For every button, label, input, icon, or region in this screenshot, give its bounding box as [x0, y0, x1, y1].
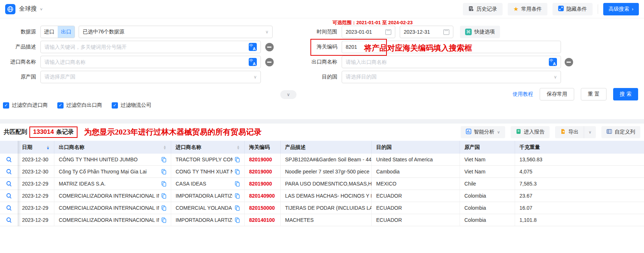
exporter-cell: Công Ty Cổ Phần Thương Mại Gia Lai: [54, 166, 171, 177]
copy-icon[interactable]: [161, 205, 166, 211]
exclude-exporter-icon[interactable]: [565, 58, 573, 66]
copy-icon[interactable]: [161, 217, 166, 223]
header-importer[interactable]: 进口商名称 ▲▼: [171, 141, 245, 154]
copy-icon[interactable]: [235, 181, 240, 187]
date-start-input[interactable]: [346, 29, 382, 35]
copy-icon[interactable]: [161, 169, 166, 175]
header-exporter[interactable]: 出口商名称 ▲▼: [54, 141, 171, 154]
results-toolbar: 智能分析 ∨ 进入报告 导出 ∨: [461, 126, 640, 138]
hs-code-cell[interactable]: 82019000: [245, 154, 281, 165]
importer-name[interactable]: CONG TY TNHH XUAT NH: [176, 169, 233, 175]
importer-name[interactable]: COMERCIAL YOLANDA SA: [176, 205, 233, 211]
quick-options-button[interactable]: ⌘ 快捷选项: [460, 26, 500, 38]
copy-icon[interactable]: [235, 157, 240, 162]
export-dropdown-button[interactable]: ∨: [584, 126, 596, 138]
destination-country-select[interactable]: 请选择目的国 ∨: [342, 71, 561, 83]
exclude-importer-icon[interactable]: [265, 58, 274, 66]
hs-code-cell[interactable]: 820140100: [245, 214, 281, 226]
magnifier-icon[interactable]: [6, 205, 12, 211]
origin-country-label: 原产国: [0, 74, 40, 80]
importer-name[interactable]: CASA IDEAS: [176, 181, 206, 187]
exporter-name[interactable]: COMERCIALIZADORA INTERNACIONAL INVE: [59, 193, 159, 199]
exporter-name[interactable]: COMERCIALIZADORA INTERNACIONAL INVE: [59, 205, 159, 211]
tutorial-link[interactable]: 使用教程: [512, 91, 533, 98]
reset-button[interactable]: 重 置: [581, 88, 607, 100]
collapse-form-button[interactable]: ∨: [280, 90, 296, 99]
hs-code-cell[interactable]: 820150000: [245, 202, 281, 214]
history-button[interactable]: 历史记录: [463, 3, 503, 15]
app-logo-globe-icon[interactable]: [5, 4, 15, 14]
date-end-wrap: [400, 26, 453, 38]
copy-icon[interactable]: [235, 205, 240, 211]
import-toggle[interactable]: 进口: [41, 26, 58, 38]
hs-code-input[interactable]: [346, 44, 368, 50]
destination-cell: ECUADOR: [372, 214, 460, 226]
product-desc-input-wrap: 中A: [40, 41, 261, 53]
copy-icon[interactable]: [235, 193, 240, 199]
calendar-icon[interactable]: [385, 29, 391, 35]
hs-code-cell[interactable]: 820140900: [245, 190, 281, 202]
sort-icons[interactable]: ▲▼: [234, 145, 240, 150]
search-button[interactable]: 搜 索: [613, 88, 638, 100]
save-conditions-button[interactable]: 保存常用: [540, 88, 574, 100]
copy-icon[interactable]: [161, 181, 166, 187]
exporter-name[interactable]: MATRIZ IDEAS S.A.: [59, 181, 105, 187]
export-button[interactable]: 导出: [555, 126, 584, 138]
date-cell: 2023-12-30: [18, 154, 54, 165]
importer-name[interactable]: TRACTOR SUPPLY COMPA: [176, 157, 233, 162]
importer-name[interactable]: IMPORTADORA LARTIZCO: [176, 193, 233, 199]
exporter-name[interactable]: COMERCIALIZADORA INTERNACIONAL INVE: [59, 217, 159, 223]
importer-name[interactable]: IMPORTADORA LARTIZCO: [176, 217, 233, 223]
hs-code-cell[interactable]: 82019000: [245, 166, 281, 177]
product-cell: TIJERAS DE PODAR (INCLUIDAS LAS: [281, 202, 372, 214]
translate-icon[interactable]: 中A: [549, 58, 557, 66]
copy-icon[interactable]: [161, 157, 166, 162]
filter-blank-exporter-label: 过滤空白出口商: [66, 102, 102, 109]
exporter-name-input-wrap: 中A: [342, 56, 561, 68]
chevron-down-icon: ∨: [287, 92, 290, 97]
product-desc-input[interactable]: [44, 44, 249, 50]
magnifier-icon[interactable]: [6, 157, 12, 163]
match-count-highlight-box: 133014 条记录: [29, 126, 78, 138]
origin-cell: Viet Nam: [460, 154, 515, 165]
copy-icon[interactable]: [235, 169, 240, 175]
calendar-icon[interactable]: [443, 29, 449, 35]
advanced-search-button[interactable]: 高级搜索 ›: [603, 3, 639, 15]
filter-blank-exporter-checkbox[interactable]: ✓ 过滤空白出口商: [57, 102, 102, 109]
exporter-name[interactable]: CÔNG TY TNHH UNITED JUMBO: [59, 157, 138, 162]
date-end-input[interactable]: [404, 29, 440, 35]
sort-icons[interactable]: ▲▼: [160, 145, 166, 150]
translate-icon[interactable]: 中A: [249, 58, 257, 66]
product-cell: Noodle peeler 7 steel 37gr-500 piece: [281, 166, 372, 177]
history-button-label: 历史记录: [476, 6, 497, 12]
favorite-conditions-button[interactable]: ★ 常用条件: [508, 3, 547, 15]
export-toggle[interactable]: 出口: [58, 26, 75, 38]
magnifier-icon[interactable]: [6, 217, 12, 223]
filter-logistics-checkbox[interactable]: ✓ 过滤物流公司: [112, 102, 151, 109]
app-switch-chevron-down-icon[interactable]: ∨: [40, 7, 43, 11]
importer-name-input[interactable]: [44, 59, 249, 65]
filter-blank-importer-checkbox[interactable]: ✓ 过滤空白进口商: [3, 102, 48, 109]
exclude-keywords-icon[interactable]: [265, 43, 274, 51]
datasource-select[interactable]: 已选中76个数据源 ∨: [79, 26, 273, 38]
magnifier-icon[interactable]: [6, 169, 12, 175]
smart-analysis-button[interactable]: 智能分析 ∨: [461, 126, 505, 138]
hide-conditions-button[interactable]: 隐藏条件: [553, 3, 593, 15]
exporter-name-input[interactable]: [346, 59, 549, 65]
header-date[interactable]: 日期 ▲▼: [18, 141, 54, 154]
translate-icon[interactable]: 中A: [249, 43, 257, 51]
copy-icon[interactable]: [235, 217, 240, 223]
copy-icon[interactable]: [161, 193, 166, 199]
magnifier-icon[interactable]: [6, 193, 12, 199]
match-count-number: 133014: [33, 128, 54, 136]
customize-columns-button[interactable]: 自定义列: [601, 126, 640, 138]
product-cell: MACHETES: [281, 214, 372, 226]
hs-code-cell[interactable]: 82019000: [245, 178, 281, 190]
weight-cell: 4,075: [515, 166, 644, 177]
enter-report-button[interactable]: 进入报告: [511, 126, 550, 138]
exporter-name[interactable]: Công Ty Cổ Phần Thương Mại Gia Lai: [59, 169, 147, 175]
origin-country-select[interactable]: 请选择原产国 ∨: [40, 71, 261, 83]
sort-icons[interactable]: ▲▼: [43, 145, 50, 150]
magnifier-icon[interactable]: [6, 181, 12, 187]
results-section: 共匹配到 133014 条记录 为您显示2023年进行过林木器械贸易的所有贸易记…: [0, 124, 644, 226]
